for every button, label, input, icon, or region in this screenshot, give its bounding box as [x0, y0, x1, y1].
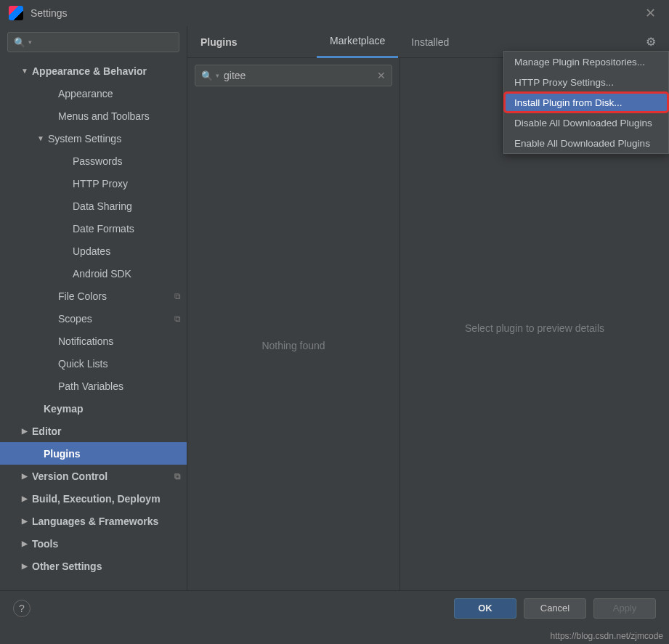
- apply-button: Apply: [593, 598, 656, 619]
- tree-item-label: Other Settings: [32, 561, 102, 572]
- tree-item[interactable]: Path Variables: [0, 375, 187, 397]
- empty-detail-text: Select plugin to preview details: [465, 322, 604, 334]
- plugin-list-pane: 🔍▾ ✕ Nothing found: [187, 58, 400, 598]
- tree-item[interactable]: System Settings: [0, 127, 187, 150]
- tree-item[interactable]: Scopes⧉: [0, 307, 187, 330]
- tree-item-label: Appearance & Behavior: [32, 65, 147, 77]
- tree-item-label: Android SDK: [73, 268, 131, 280]
- tree-item[interactable]: Keymap: [0, 397, 187, 420]
- gear-icon[interactable]: ⚙: [646, 35, 656, 49]
- tree-item-label: Appearance: [58, 88, 113, 99]
- chevron-right-icon: [20, 562, 29, 570]
- tree-item-label: Date Formats: [73, 223, 134, 235]
- chevron-right-icon: [20, 472, 29, 480]
- menu-item[interactable]: Manage Plugin Repositories...: [504, 52, 668, 72]
- tree-item[interactable]: Notifications: [0, 330, 187, 352]
- tab-marketplace[interactable]: Marketplace: [317, 26, 398, 58]
- tree-item[interactable]: Date Formats: [0, 217, 187, 240]
- plugin-search[interactable]: 🔍▾ ✕: [195, 65, 392, 86]
- titlebar: Settings ✕: [0, 0, 669, 26]
- sidebar-search-input[interactable]: 🔍▾: [7, 32, 179, 52]
- tree-item[interactable]: Appearance: [0, 82, 187, 105]
- menu-item[interactable]: Enable All Downloaded Plugins: [504, 133, 668, 153]
- tree-item[interactable]: Languages & Frameworks: [0, 510, 187, 532]
- tree-item[interactable]: HTTP Proxy: [0, 172, 187, 195]
- chevron-down-icon: ▾: [28, 38, 32, 46]
- tree-item[interactable]: Other Settings: [0, 555, 187, 577]
- scope-icon: ⧉: [174, 314, 181, 324]
- cancel-button[interactable]: Cancel: [524, 598, 586, 619]
- menu-item[interactable]: HTTP Proxy Settings...: [504, 72, 668, 92]
- tree-item[interactable]: Appearance & Behavior: [0, 60, 187, 82]
- page-title: Plugins: [200, 36, 317, 48]
- tree-item[interactable]: Updates: [0, 240, 187, 262]
- dialog-footer: ? OK Cancel Apply: [0, 590, 669, 625]
- chevron-right-icon: [20, 539, 29, 547]
- tree-item[interactable]: Android SDK: [0, 262, 187, 285]
- tree-item[interactable]: Passwords: [0, 150, 187, 172]
- tree-item-label: Data Sharing: [73, 200, 132, 212]
- tree-item[interactable]: Plugins: [0, 442, 187, 465]
- chevron-down-icon: ▾: [216, 72, 219, 79]
- tree-item-label: Path Variables: [58, 380, 123, 392]
- app-icon: [9, 6, 23, 20]
- tree-item-label: Updates: [73, 245, 110, 257]
- settings-tree: Appearance & BehaviorAppearanceMenus and…: [0, 60, 187, 577]
- tree-item[interactable]: Tools: [0, 532, 187, 555]
- tree-item-label: Keymap: [44, 403, 83, 415]
- menu-item[interactable]: Install Plugin from Disk...: [504, 92, 668, 113]
- tree-item[interactable]: File Colors⧉: [0, 285, 187, 307]
- tree-item-label: Scopes: [58, 313, 92, 325]
- ok-button[interactable]: OK: [454, 598, 516, 619]
- search-icon: 🔍: [201, 70, 213, 81]
- chevron-down-icon: [20, 67, 29, 75]
- tree-item[interactable]: Editor: [0, 420, 187, 442]
- tree-item-label: Plugins: [44, 448, 81, 460]
- tree-item-label: Notifications: [58, 335, 113, 347]
- tab-installed[interactable]: Installed: [398, 26, 462, 58]
- tree-item[interactable]: Data Sharing: [0, 195, 187, 217]
- chevron-right-icon: [20, 517, 29, 525]
- chevron-down-icon: [36, 134, 45, 142]
- gear-context-menu: Manage Plugin Repositories...HTTP Proxy …: [503, 51, 669, 154]
- window-title: Settings: [31, 7, 641, 19]
- close-icon[interactable]: ✕: [641, 5, 660, 21]
- chevron-right-icon: [20, 494, 29, 502]
- watermark-text: https://blog.csdn.net/zjmcode: [551, 631, 663, 641]
- scope-icon: ⧉: [174, 471, 181, 481]
- tree-item-label: Menus and Toolbars: [58, 110, 150, 122]
- tree-item-label: Passwords: [73, 155, 122, 167]
- tree-item-label: Version Control: [32, 470, 108, 482]
- tree-item-label: Editor: [32, 425, 61, 437]
- help-button[interactable]: ?: [13, 600, 31, 617]
- tree-item[interactable]: Build, Execution, Deploym: [0, 487, 187, 510]
- search-icon: 🔍: [14, 37, 25, 48]
- tree-item-label: File Colors: [58, 290, 107, 302]
- tree-item[interactable]: Version Control⧉: [0, 465, 187, 487]
- tree-item-label: HTTP Proxy: [73, 178, 128, 189]
- tree-item-label: System Settings: [48, 133, 121, 144]
- chevron-right-icon: [20, 427, 29, 435]
- tree-item[interactable]: Menus and Toolbars: [0, 105, 187, 127]
- tree-item-label: Tools: [32, 538, 58, 550]
- plugin-search-input[interactable]: [224, 70, 377, 81]
- tree-item-label: Languages & Frameworks: [32, 515, 158, 527]
- empty-results-text: Nothing found: [187, 93, 400, 598]
- tree-item-label: Quick Lists: [58, 358, 108, 370]
- clear-icon[interactable]: ✕: [377, 70, 386, 81]
- tree-item[interactable]: Quick Lists: [0, 352, 187, 375]
- scope-icon: ⧉: [174, 291, 181, 301]
- menu-item[interactable]: Disable All Downloaded Plugins: [504, 113, 668, 133]
- tree-item-label: Build, Execution, Deploym: [32, 493, 161, 505]
- sidebar: 🔍▾ Appearance & BehaviorAppearanceMenus …: [0, 26, 187, 598]
